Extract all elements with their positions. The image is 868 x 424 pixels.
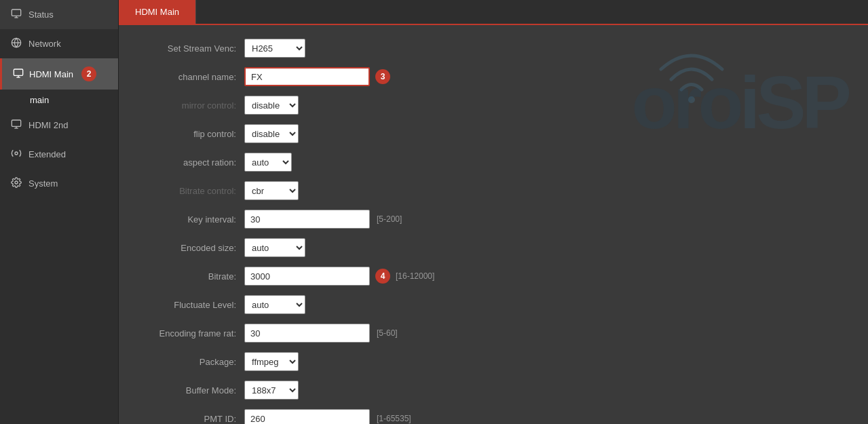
mirror-control-row: mirror control: disable enable [139,96,848,115]
flip-control-label: flip control: [139,129,244,139]
svg-rect-5 [14,69,22,75]
set-stream-venc-select[interactable]: H265 H264 H265+ [244,39,305,58]
key-interval-row: Key interval: [5-200] [139,210,848,229]
sidebar-item-hdmi-2nd[interactable]: HDMI 2nd [0,111,118,140]
encoded-size-select[interactable]: auto 1920x1080 1280x720 [244,238,305,257]
encoded-size-row: Encoded size: auto 1920x1080 1280x720 [139,238,848,257]
hdmi-2nd-icon [11,119,22,132]
hdmi-main-icon [13,68,24,81]
main-content: HDMI Main oroiSP Set Stream Venc: H265 [119,0,868,424]
bitrate-label: Bitrate: [139,271,244,282]
mirror-control-select[interactable]: disable enable [244,96,299,115]
buffer-mode-row: Buffer Mode: 188x7 188x5 188x3 [139,381,848,400]
svg-point-12 [15,181,18,184]
package-select[interactable]: ffmpeg ts [244,352,299,371]
key-interval-input[interactable] [244,210,370,229]
extended-icon [11,148,22,161]
bitrate-control-row: Bitrate control: cbr vbr [139,181,848,200]
network-icon [11,37,22,50]
package-row: Package: ffmpeg ts [139,352,848,371]
sidebar-item-label: System [29,178,58,189]
channel-name-row: channel name: 3 [139,67,848,86]
encoding-frame-rat-label: Encoding frame rat: [139,328,244,339]
pmt-id-row: PMT ID: [1-65535] [139,409,848,424]
flip-control-select[interactable]: disable enable [244,124,299,143]
sidebar-item-label: Network [29,39,61,49]
bitrate-hint: [16-12000] [396,271,434,281]
bitrate-row: Bitrate: 4 [16-12000] [139,267,848,286]
bitrate-control-label: Bitrate control: [139,186,244,196]
fluctuate-level-row: Fluctuate Level: auto low medium high [139,295,848,314]
sidebar-item-status[interactable]: Status [0,0,118,29]
fluctuate-level-label: Fluctuate Level: [139,300,244,310]
svg-point-11 [15,152,18,155]
set-stream-venc-label: Set Stream Venc: [139,43,244,54]
buffer-mode-select[interactable]: 188x7 188x5 188x3 [244,381,299,400]
sidebar-sub-item-main[interactable]: main [0,90,118,111]
sidebar-sub-label: main [30,95,49,105]
channel-name-input[interactable] [244,67,370,86]
svg-rect-0 [12,9,20,16]
encoding-frame-rat-input[interactable] [244,324,370,343]
aspect-ration-select[interactable]: auto 4:3 16:9 [244,153,292,172]
sidebar-item-system[interactable]: System [0,169,118,198]
bitrate-input[interactable] [244,267,370,286]
key-interval-hint: [5-200] [377,214,402,224]
sidebar-item-label: HDMI 2nd [29,120,69,130]
flip-control-row: flip control: disable enable [139,124,848,143]
pmt-id-input[interactable] [244,409,370,424]
tab-hdmi-main[interactable]: HDMI Main [119,0,196,24]
fluctuate-level-select[interactable]: auto low medium high [244,295,305,314]
form-area: oroiSP Set Stream Venc: H265 H264 H265+ … [119,25,868,424]
encoding-frame-rat-hint: [5-60] [377,328,398,338]
svg-rect-8 [12,120,20,126]
encoding-frame-rat-row: Encoding frame rat: [5-60] [139,324,848,343]
pmt-id-hint: [1-65535] [377,414,411,423]
monitor-icon [11,8,22,21]
tab-bar: HDMI Main [119,0,868,25]
encoded-size-label: Encoded size: [139,243,244,253]
mirror-control-label: mirror control: [139,100,244,111]
pmt-id-label: PMT ID: [139,414,244,424]
channel-name-label: channel name: [139,72,244,82]
sidebar-item-hdmi-main[interactable]: HDMI Main 2 [0,58,118,90]
sidebar: Status Network HDMI Main 2 main HDMI 2nd… [0,0,119,424]
system-icon [11,177,22,190]
aspect-ration-row: aspect ration: auto 4:3 16:9 [139,153,848,172]
aspect-ration-label: aspect ration: [139,157,244,168]
sidebar-item-label: Status [29,9,54,20]
bitrate-badge: 4 [375,269,390,284]
set-stream-venc-row: Set Stream Venc: H265 H264 H265+ [139,39,848,58]
sidebar-item-label: HDMI Main [29,69,73,79]
channel-name-badge: 3 [375,69,390,84]
bitrate-control-select[interactable]: cbr vbr [244,181,299,200]
sidebar-item-network[interactable]: Network [0,29,118,58]
key-interval-label: Key interval: [139,214,244,225]
sidebar-item-extended[interactable]: Extended [0,140,118,169]
sidebar-item-label: Extended [29,149,66,159]
hdmi-main-badge: 2 [81,66,96,81]
buffer-mode-label: Buffer Mode: [139,385,244,396]
package-label: Package: [139,357,244,367]
